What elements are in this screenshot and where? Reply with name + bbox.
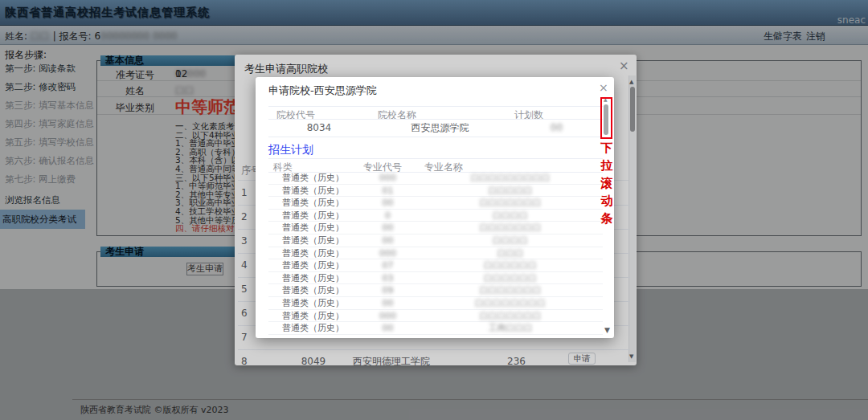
- apply-college-detail-dialog: 申请院校-西安思源学院 × 院校代号 院校名称 计划数 8034 西安思源学院 …: [256, 77, 614, 338]
- major-name-cell-redacted: 口口口口口: [418, 185, 603, 198]
- subject-header: 科类: [273, 161, 293, 171]
- divider: [268, 106, 603, 107]
- major-name-cell-redacted: 口口口口口口: [418, 272, 603, 285]
- plan-table-row: 普通类（历史）09口口口口口口口: [268, 284, 603, 297]
- scroll-down-icon[interactable]: ▼: [604, 326, 610, 334]
- plan-table-row: 普通类（历史）000口口口: [268, 247, 603, 260]
- major-name-cell-redacted: 口口口口口口: [418, 259, 603, 272]
- plan-table-row: 普通类（历史）00口口口口口口口口: [268, 297, 603, 310]
- major-name-cell-redacted: 工商口口口: [418, 322, 603, 335]
- major-code-cell-redacted: 01: [358, 185, 418, 198]
- major-code-cell-redacted: 00: [358, 197, 418, 210]
- subject-cell: 普通类（历史）: [268, 322, 358, 335]
- major-name-cell-redacted: 口口口口口口口: [418, 310, 603, 323]
- divider: [268, 158, 603, 159]
- plan-table-row: 普通类（历史）07口口口口口口: [268, 259, 603, 272]
- college-code-header: 院校代号: [276, 108, 315, 119]
- plan-table-row: 普通类（历史）000口口口口口口口口口: [268, 172, 603, 185]
- plan-table-row: 普通类（历史）00工商口口口: [268, 322, 603, 335]
- major-name-cell-redacted: 口口口口口口口口: [418, 297, 603, 310]
- major-name-cell-redacted: 口口口口口口口: [418, 197, 603, 210]
- subject-cell: 普通类（历史）: [268, 272, 358, 285]
- major-name-cell-redacted: 口口口口口口口: [418, 284, 603, 297]
- annotation-text-char: 下: [600, 140, 614, 156]
- major-code-cell-redacted: 000: [358, 310, 418, 323]
- college-name-header: 院校名称: [378, 108, 416, 119]
- subject-cell: 普通类（历史）: [268, 234, 358, 247]
- dialog-title: 申请院校-西安思源学院: [268, 84, 377, 98]
- annotation-text-char: 滚: [600, 175, 614, 191]
- major-name-cell-redacted: 口口口口: [418, 234, 603, 247]
- annotation-text-char: 动: [600, 193, 614, 209]
- plan-table-row: 普通类（历史）000口口口口口口口: [268, 310, 603, 323]
- major-name-cell-redacted: 口口口: [418, 247, 603, 260]
- major-name-cell-redacted: 口口口口: [418, 210, 603, 222]
- major-code-cell-redacted: 09: [358, 284, 418, 297]
- divider: [268, 137, 603, 137]
- plan-table-row: 普通类（历史）00口口口口口口口: [268, 222, 603, 234]
- plan-table-row: 普通类（历史）00口口口口口口口: [268, 197, 603, 210]
- major-code-cell-redacted: 00: [358, 322, 418, 335]
- major-code-cell-redacted: 03: [358, 272, 418, 285]
- plan-table-row: 普通类（历史）01口口口口口: [268, 185, 603, 198]
- plan-table-row: 普通类（历史）00口口口口: [268, 234, 603, 247]
- major-name-cell-redacted: 口口口口口口口口口: [418, 172, 603, 185]
- subject-cell: 普通类（历史）: [268, 210, 358, 222]
- subject-cell: 普通类（历史）: [268, 172, 358, 185]
- major-code-cell-redacted: 00: [358, 222, 418, 234]
- screenshot-root: 陕西省普通高校招生考试信息管理系统 sneac 姓名: 口口 | 报名号: 60…: [0, 0, 868, 420]
- plan-table-row: 普通类（历史）03口口口口口口: [268, 272, 603, 285]
- major-name-cell-redacted: 口口口口口口口: [418, 222, 603, 234]
- subject-cell: 普通类（历史）: [268, 247, 358, 260]
- subject-cell: 普通类（历史）: [268, 310, 358, 323]
- plan-count-value-redacted: 00: [510, 119, 603, 137]
- major-code-header: 专业代号: [363, 161, 402, 171]
- major-name-header: 专业名称: [424, 161, 463, 171]
- major-code-cell-redacted: 000: [358, 247, 418, 260]
- college-code-value: 8034: [268, 119, 370, 137]
- major-code-cell-redacted: 07: [358, 259, 418, 272]
- subject-cell: 普通类（历史）: [268, 197, 358, 210]
- major-code-cell-redacted: 00: [358, 234, 418, 247]
- major-code-cell-redacted: 00: [358, 297, 418, 310]
- subject-cell: 普通类（历史）: [268, 185, 358, 198]
- subject-cell: 普通类（历史）: [268, 284, 358, 297]
- plan-count-header: 计划数: [514, 108, 543, 119]
- plan-table-row: 普通类（历史）0口口口口: [268, 210, 603, 222]
- close-icon[interactable]: ×: [599, 82, 608, 93]
- annotation-text-char: 拉: [600, 157, 614, 173]
- annotation-text-char: 条: [600, 210, 614, 226]
- major-code-cell-redacted: 000: [358, 172, 418, 185]
- subject-cell: 普通类（历史）: [268, 297, 358, 310]
- college-name-value: 西安思源学院: [370, 119, 510, 137]
- scrollbar-highlight-rectangle: [600, 97, 612, 139]
- subject-cell: 普通类（历史）: [268, 259, 358, 272]
- enrollment-plan-link[interactable]: 招生计划: [268, 143, 313, 157]
- subject-cell: 普通类（历史）: [268, 222, 358, 234]
- major-code-cell-redacted: 0: [358, 210, 418, 222]
